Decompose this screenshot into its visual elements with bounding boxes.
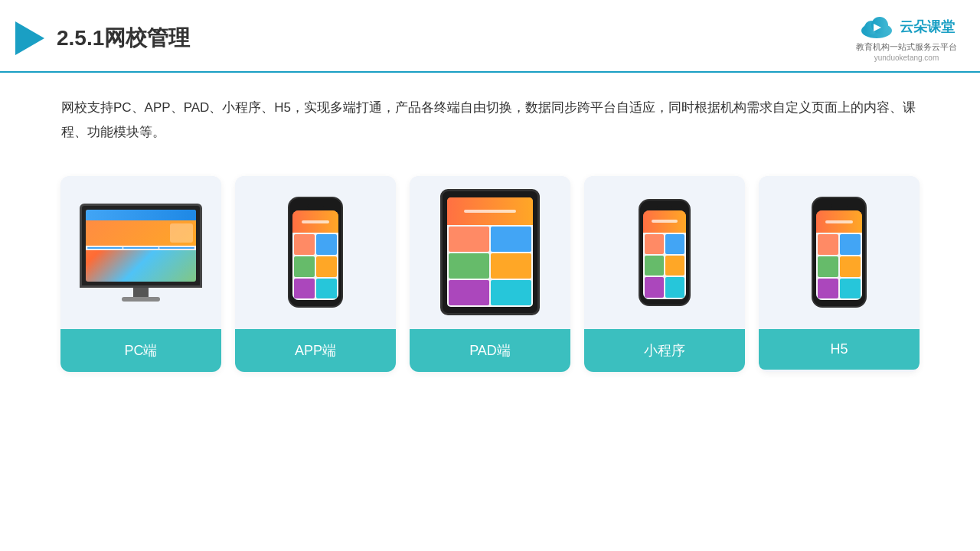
pad-mini-card-6 bbox=[491, 280, 531, 305]
title-text: 网校管理 bbox=[104, 26, 190, 50]
h5-mini-card-5 bbox=[818, 279, 838, 299]
mini-screen-content bbox=[643, 210, 686, 299]
pad-mini-card-2 bbox=[491, 227, 531, 252]
section-number: 2.5.1 bbox=[57, 26, 104, 50]
cards-container: PC端 bbox=[0, 161, 980, 395]
pc-screen-content bbox=[86, 210, 196, 282]
pad-header-bar bbox=[447, 197, 533, 225]
phone-screen-h5 bbox=[816, 210, 862, 300]
pc-card-1 bbox=[87, 247, 122, 249]
pc-card-3 bbox=[159, 247, 194, 249]
app-header-bar bbox=[292, 210, 338, 233]
card-image-h5 bbox=[759, 176, 920, 329]
mini-phone-screen bbox=[643, 210, 686, 299]
page-title: 2.5.1网校管理 bbox=[57, 24, 190, 53]
header: 2.5.1网校管理 云朵课堂 教育机构一站式服务云平台 bbox=[0, 0, 980, 73]
app-mini-card-5 bbox=[294, 279, 315, 299]
card-miniprogram: 小程序 bbox=[584, 176, 745, 372]
pc-content-area bbox=[86, 246, 196, 250]
mini-screen-body bbox=[643, 233, 686, 299]
card-label-h5: H5 bbox=[759, 329, 920, 370]
app-screen-content bbox=[292, 210, 338, 300]
mini-card-6 bbox=[665, 277, 684, 297]
card-image-pc bbox=[60, 176, 221, 329]
h5-mini-card-4 bbox=[840, 256, 861, 277]
card-label-app: APP端 bbox=[235, 329, 396, 372]
card-app: APP端 bbox=[235, 176, 396, 372]
brand-name: 云朵课堂 bbox=[900, 18, 955, 36]
header-left: 2.5.1网校管理 bbox=[15, 21, 190, 55]
pc-hero-image bbox=[170, 223, 193, 243]
monitor-screen bbox=[86, 210, 196, 282]
app-mini-card-4 bbox=[316, 256, 337, 277]
mini-card-5 bbox=[645, 277, 664, 297]
card-pc: PC端 bbox=[60, 176, 221, 372]
card-image-app bbox=[235, 176, 396, 329]
pc-card-2 bbox=[123, 247, 158, 249]
monitor-base bbox=[122, 297, 160, 302]
h5-mini-card-1 bbox=[818, 234, 838, 255]
app-screen-body bbox=[292, 233, 338, 300]
pad-screen-content bbox=[447, 197, 533, 307]
h5-mini-card-2 bbox=[840, 234, 861, 255]
logo-cloud: 云朵课堂 bbox=[858, 14, 955, 40]
card-h5: H5 bbox=[759, 176, 920, 372]
mini-header-text bbox=[652, 220, 678, 223]
logo-area: 云朵课堂 教育机构一站式服务云平台 yunduoketang.com bbox=[856, 14, 957, 62]
monitor-mockup bbox=[80, 204, 202, 302]
pad-mini-card-5 bbox=[449, 280, 489, 305]
pad-mini-card-3 bbox=[449, 253, 489, 279]
phone-notch-app bbox=[307, 204, 324, 208]
pad-mini-card-4 bbox=[491, 253, 531, 279]
cloud-icon bbox=[858, 14, 895, 40]
tablet-body bbox=[440, 189, 540, 315]
play-icon bbox=[15, 21, 44, 55]
card-image-pad bbox=[410, 176, 570, 329]
pad-header-text bbox=[464, 210, 515, 213]
tablet-screen bbox=[447, 197, 533, 307]
phone-notch-h5 bbox=[831, 204, 848, 208]
phone-mockup-h5 bbox=[812, 197, 867, 308]
card-label-miniprogram: 小程序 bbox=[584, 329, 745, 372]
h5-screen-body bbox=[816, 233, 862, 300]
logo-tagline: 教育机构一站式服务云平台 bbox=[856, 41, 957, 53]
app-mini-card-2 bbox=[316, 234, 337, 255]
phone-body-h5 bbox=[812, 197, 867, 308]
card-label-pc: PC端 bbox=[60, 329, 221, 372]
phone-mockup-mini bbox=[639, 199, 691, 306]
pad-mini-card-1 bbox=[449, 227, 489, 252]
mini-card-3 bbox=[645, 256, 664, 276]
card-label-pad: PAD端 bbox=[410, 329, 570, 372]
mini-phone-body bbox=[639, 199, 691, 306]
tablet-mockup bbox=[440, 189, 540, 315]
pad-screen-body bbox=[447, 225, 533, 307]
phone-mockup-app bbox=[288, 197, 343, 308]
description-text: 网校支持PC、APP、PAD、小程序、H5，实现多端打通，产品各终端自由切换，数… bbox=[0, 73, 980, 161]
monitor-neck bbox=[133, 288, 149, 297]
pc-hero-section bbox=[86, 220, 196, 246]
app-header-text-bar bbox=[302, 220, 329, 223]
h5-screen-content bbox=[816, 210, 862, 300]
h5-header-bar bbox=[816, 210, 862, 233]
mini-card-2 bbox=[665, 234, 684, 254]
phone-body-app bbox=[288, 197, 343, 308]
monitor-body bbox=[80, 204, 202, 288]
mini-phone-notch bbox=[657, 206, 672, 209]
h5-mini-card-6 bbox=[840, 279, 861, 299]
app-mini-card-3 bbox=[294, 256, 315, 277]
logo-url: yunduoketang.com bbox=[874, 54, 939, 62]
app-mini-card-1 bbox=[294, 234, 315, 255]
h5-header-text bbox=[825, 220, 853, 223]
mini-card-1 bbox=[645, 234, 664, 254]
app-mini-card-6 bbox=[316, 279, 337, 299]
card-image-miniprogram bbox=[584, 176, 745, 329]
mini-card-4 bbox=[665, 256, 684, 276]
card-pad: PAD端 bbox=[410, 176, 570, 372]
phone-screen-app bbox=[292, 210, 338, 300]
pc-nav-bar bbox=[86, 210, 196, 220]
mini-header-bar bbox=[643, 210, 686, 233]
h5-mini-card-3 bbox=[818, 256, 838, 277]
